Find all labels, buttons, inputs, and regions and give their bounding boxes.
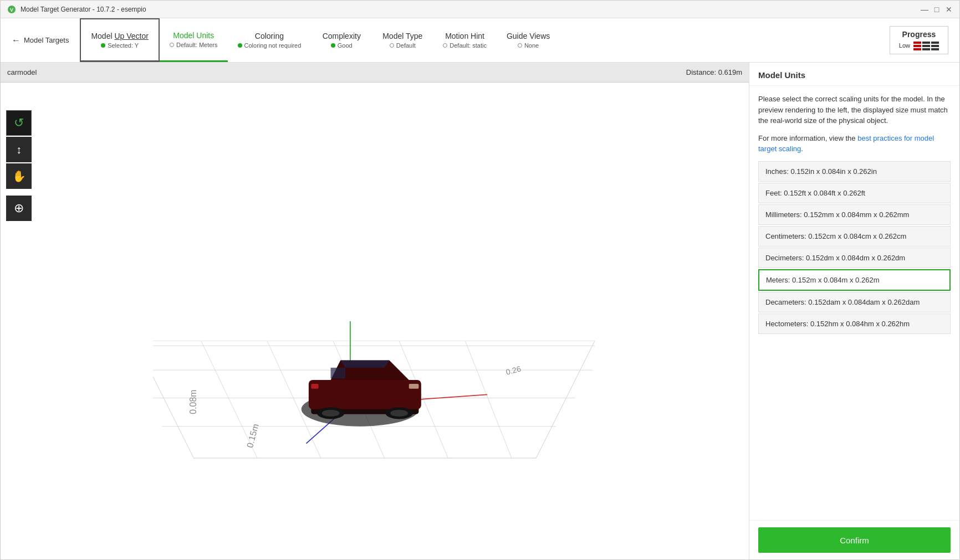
viewport-panel: carmodel Distance: 0.619m ↺ ↕ ✋ ⊕: [1, 63, 749, 559]
dot-model-up-vector: [101, 43, 105, 48]
step-model-up-vector[interactable]: Model Up Vector Selected: Y: [80, 18, 160, 62]
back-button[interactable]: ← Model Targets: [12, 35, 69, 45]
svg-text:0.08m: 0.08m: [188, 389, 198, 414]
scene-svg: 0.15m 0.08m 0.26: [153, 155, 596, 487]
unit-item-meters[interactable]: Meters: 0.152m x 0.084m x 0.262m: [758, 269, 951, 291]
dot-complexity: [331, 43, 335, 48]
nav-steps: Model Up Vector Selected: Y Model Units …: [80, 18, 884, 62]
step-coloring[interactable]: Coloring Coloring not required: [228, 18, 312, 62]
toolbar: ← Model Targets Model Up Vector Selected…: [1, 18, 959, 63]
model-name: carmodel: [7, 68, 37, 76]
description-text-2: For more information, view the best prac…: [758, 133, 951, 155]
unit-item-centimeters[interactable]: Centimeters: 0.152cm x 0.084cm x 0.262cm: [758, 226, 951, 246]
step-model-up-vector-sub: Selected: Y: [101, 42, 139, 49]
main-window: V Model Target Generator - 10.7.2 - esem…: [0, 0, 960, 560]
step-guide-views-label: Guide Views: [507, 32, 550, 40]
unit-item-inches[interactable]: Inches: 0.152in x 0.084in x 0.262in: [758, 161, 951, 182]
progress-step[interactable]: Progress Low: [890, 26, 948, 54]
unit-item-millimeters[interactable]: Millimeters: 0.152mm x 0.084mm x 0.262mm: [758, 204, 951, 225]
dot-coloring: [238, 43, 242, 48]
step-motion-hint-sub: Default: static: [443, 42, 487, 49]
unit-item-decameters[interactable]: Decameters: 0.152dam x 0.084dam x 0.262d…: [758, 292, 951, 312]
viewport-3d: ↺ ↕ ✋ ⊕: [1, 83, 749, 559]
main-content: carmodel Distance: 0.619m ↺ ↕ ✋ ⊕: [1, 63, 959, 559]
svg-rect-23: [331, 367, 345, 378]
step-coloring-label: Coloring: [255, 32, 284, 40]
progress-label: Progress: [902, 30, 936, 39]
unit-item-feet[interactable]: Feet: 0.152ft x 0.084ft x 0.262ft: [758, 183, 951, 203]
svg-rect-28: [409, 383, 419, 388]
dot-model-type: [390, 43, 394, 48]
step-motion-hint[interactable]: Motion Hint Default: static: [433, 18, 497, 62]
maximize-button[interactable]: □: [933, 6, 941, 13]
step-guide-views[interactable]: Guide Views None: [497, 18, 560, 62]
step-model-type-label: Model Type: [382, 32, 422, 40]
step-model-type-sub: Default: [390, 42, 416, 49]
scene-container: 0.15m 0.08m 0.26: [1, 83, 749, 559]
minimize-button[interactable]: —: [921, 6, 928, 13]
unit-item-decimeters[interactable]: Decimeters: 0.152dm x 0.084dm x 0.262dm: [758, 248, 951, 268]
svg-text:V: V: [10, 7, 13, 13]
svg-rect-22: [309, 379, 421, 409]
right-panel-body: Please select the correct scaling units …: [749, 86, 959, 520]
step-model-units-sub: Default: Meters: [170, 42, 218, 48]
window-controls: — □ ✕: [921, 6, 953, 13]
step-complexity-label: Complexity: [323, 32, 361, 40]
confirm-button[interactable]: Confirm: [758, 527, 951, 553]
description-text-1: Please select the correct scaling units …: [758, 94, 951, 126]
svg-rect-29: [311, 383, 318, 388]
close-button[interactable]: ✕: [945, 6, 953, 13]
step-complexity[interactable]: Complexity Good: [311, 18, 372, 62]
step-motion-hint-label: Motion Hint: [445, 32, 484, 40]
step-complexity-sub: Good: [331, 42, 353, 49]
right-panel-header: Model Units: [749, 63, 959, 86]
title-bar: V Model Target Generator - 10.7.2 - esem…: [1, 1, 959, 18]
unit-item-hectometers[interactable]: Hectometers: 0.152hm x 0.084hm x 0.262hm: [758, 314, 951, 334]
back-label: Model Targets: [24, 36, 69, 44]
step-coloring-sub: Coloring not required: [238, 42, 302, 49]
progress-sub: Low: [899, 42, 910, 49]
dot-guide-views: [518, 43, 522, 48]
step-model-units-label: Model Units: [173, 31, 214, 40]
step-guide-views-sub: None: [518, 42, 539, 49]
right-panel-title: Model Units: [758, 70, 805, 80]
distance-label: Distance: 0.619m: [686, 68, 742, 76]
app-icon: V: [7, 5, 16, 14]
svg-point-26: [322, 409, 340, 416]
progress-bars: [913, 42, 939, 50]
back-arrow-icon: ←: [12, 35, 21, 45]
step-model-up-vector-label: Model Up Vector: [91, 32, 149, 40]
svg-point-27: [390, 409, 408, 416]
dot-model-units: [170, 43, 174, 47]
viewport-header: carmodel Distance: 0.619m: [1, 63, 749, 83]
dot-motion-hint: [443, 43, 447, 48]
step-model-type[interactable]: Model Type Default: [372, 18, 433, 62]
unit-list: Inches: 0.152in x 0.084in x 0.262in Feet…: [758, 161, 951, 335]
window-title: Model Target Generator - 10.7.2 - esempi…: [21, 6, 916, 13]
step-model-units[interactable]: Model Units Default: Meters: [160, 18, 228, 62]
right-panel: Model Units Please select the correct sc…: [749, 63, 959, 559]
right-panel-footer: Confirm: [749, 520, 959, 559]
